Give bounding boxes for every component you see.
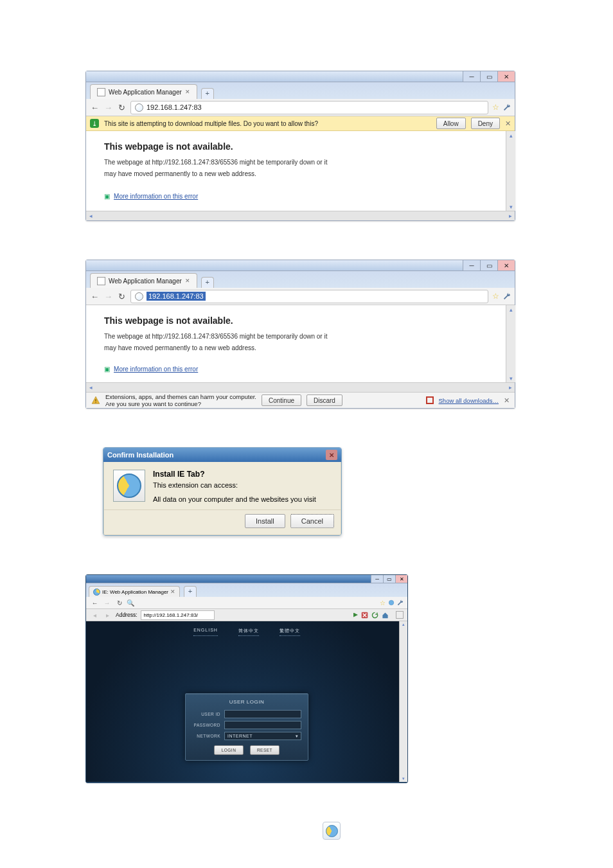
- new-tab-button[interactable]: +: [201, 277, 214, 288]
- ie-back-button[interactable]: ◂: [90, 612, 100, 619]
- wrench-icon[interactable]: [503, 292, 511, 300]
- address-text: 192.168.1.247:83: [147, 103, 202, 111]
- minimize-button[interactable]: ─: [463, 260, 480, 270]
- minimize-button[interactable]: ─: [463, 71, 480, 82]
- expand-icon[interactable]: ▣: [104, 193, 110, 200]
- forward-button[interactable]: →: [103, 292, 113, 301]
- tab-close-icon[interactable]: ✕: [185, 89, 190, 95]
- tab-close-icon[interactable]: ✕: [170, 589, 175, 595]
- svg-rect-0: [95, 399, 96, 402]
- new-tab-button[interactable]: +: [184, 586, 197, 597]
- lang-traditional-chinese[interactable]: 繁體中文: [280, 628, 300, 636]
- dialog-heading: Install IE Tab?: [153, 470, 332, 479]
- address-text-selected: 192.168.1.247:83: [147, 292, 206, 301]
- dialog-titlebar: Confirm Installation ✕: [103, 448, 341, 462]
- tab-title: Web Application Manager: [109, 89, 182, 96]
- back-button[interactable]: ←: [90, 103, 100, 112]
- dialog-description: All data on your computer and the websit…: [153, 495, 332, 503]
- tab-close-icon[interactable]: ✕: [185, 278, 190, 284]
- error-heading: This webpage is not available.: [104, 141, 497, 152]
- downloads-indicator-icon[interactable]: [426, 396, 434, 404]
- address-label: Address:: [116, 612, 138, 618]
- forward-button[interactable]: →: [103, 103, 113, 112]
- alert-text: This site is attempting to download mult…: [104, 120, 318, 127]
- browser-tab[interactable]: IE: Web Application Manager ✕: [89, 586, 180, 597]
- warning-icon: [91, 396, 100, 405]
- more-info-link-row: ▣ More information on this error: [104, 365, 497, 373]
- address-bar[interactable]: 192.168.1.247:83: [130, 101, 488, 114]
- show-all-downloads-link[interactable]: Show all downloads…: [439, 397, 499, 404]
- horizontal-scrollbar[interactable]: ◂▸: [86, 382, 515, 392]
- login-title: USER LOGIN: [192, 699, 301, 705]
- horizontal-scrollbar[interactable]: ◂▸: [86, 211, 515, 220]
- dialog-close-button[interactable]: ✕: [326, 450, 337, 460]
- wrench-icon[interactable]: [503, 103, 511, 111]
- more-info-link[interactable]: More information on this error: [114, 366, 198, 373]
- vertical-scrollbar[interactable]: ▴ ▾: [399, 621, 407, 782]
- close-download-bar-icon[interactable]: ✕: [504, 396, 510, 405]
- new-tab-button[interactable]: +: [201, 88, 214, 99]
- deny-button[interactable]: Deny: [471, 118, 500, 129]
- dialog-title: Confirm Installation: [107, 451, 173, 459]
- go-arrow-icon[interactable]: [353, 613, 358, 617]
- extra-toolbar-button[interactable]: [396, 611, 404, 619]
- close-window-button[interactable]: ✕: [395, 575, 407, 583]
- close-alert-icon[interactable]: ✕: [505, 120, 511, 128]
- tab-title: Web Application Manager: [109, 278, 182, 285]
- more-info-link-row: ▣ More information on this error: [104, 192, 497, 200]
- install-button[interactable]: Install: [245, 514, 285, 528]
- maximize-button[interactable]: ▭: [480, 71, 497, 82]
- more-info-link[interactable]: More information on this error: [114, 193, 198, 200]
- search-icon[interactable]: 🔍: [127, 599, 134, 607]
- ie-icon: [323, 822, 341, 840]
- address-bar[interactable]: 192.168.1.247:83: [130, 290, 488, 303]
- bookmark-star-icon[interactable]: ☆: [492, 103, 499, 112]
- error-line2: may have moved permanently to a new web …: [104, 344, 497, 353]
- vertical-scrollbar[interactable]: ▴ ▾: [506, 305, 515, 382]
- error-heading: This webpage is not available.: [104, 315, 497, 326]
- ie-icon: [113, 470, 145, 502]
- home-icon[interactable]: [382, 612, 389, 619]
- language-bar: ENGLISH 简体中文 繁體中文: [86, 621, 407, 636]
- back-button[interactable]: ←: [90, 599, 100, 607]
- close-window-button[interactable]: ✕: [497, 71, 515, 82]
- reset-button[interactable]: RESET: [250, 745, 280, 755]
- ie-forward-button[interactable]: ▸: [103, 612, 112, 619]
- wrench-icon[interactable]: [397, 599, 404, 606]
- bookmark-star-icon[interactable]: ☆: [492, 292, 499, 301]
- lang-simplified-chinese[interactable]: 简体中文: [238, 628, 259, 636]
- cancel-button[interactable]: Cancel: [290, 514, 334, 528]
- back-button[interactable]: ←: [90, 292, 100, 301]
- reload-button[interactable]: ↻: [117, 103, 127, 112]
- minimize-button[interactable]: ─: [371, 575, 383, 583]
- reload-button[interactable]: ↻: [117, 292, 127, 301]
- stop-icon[interactable]: [361, 612, 368, 619]
- maximize-button[interactable]: ▭: [480, 260, 497, 270]
- allow-button[interactable]: Allow: [436, 118, 466, 129]
- close-window-button[interactable]: ✕: [497, 260, 515, 270]
- maximize-button[interactable]: ▭: [383, 575, 395, 583]
- discard-button[interactable]: Discard: [306, 394, 342, 406]
- window-titlebar: ─ ▭ ✕: [86, 575, 407, 583]
- browser-tab[interactable]: Web Application Manager ✕: [90, 84, 197, 99]
- login-button[interactable]: LOGIN: [214, 745, 244, 755]
- network-select[interactable]: INTERNET ▾: [224, 732, 301, 740]
- lang-english[interactable]: ENGLISH: [193, 628, 218, 636]
- window-titlebar: ─ ▭ ✕: [86, 260, 515, 271]
- nav-toolbar: ← → ↻ 🔍 ☆: [86, 597, 407, 609]
- forward-button[interactable]: →: [102, 599, 112, 607]
- ie-toolbar-icon[interactable]: [388, 599, 395, 606]
- tab-strip: Web Application Manager ✕ +: [86, 82, 515, 99]
- browser-tab[interactable]: Web Application Manager ✕: [90, 273, 197, 288]
- reload-button[interactable]: ↻: [114, 599, 124, 607]
- window-titlebar: ─ ▭ ✕: [86, 71, 515, 82]
- user-id-input[interactable]: [224, 710, 301, 718]
- browser-window-3: ─ ▭ ✕ IE: Web Application Manager ✕ + ← …: [85, 574, 408, 783]
- vertical-scrollbar[interactable]: ▴ ▾: [506, 131, 515, 211]
- bookmark-star-icon[interactable]: ☆: [380, 599, 386, 607]
- refresh-icon[interactable]: [371, 612, 378, 619]
- expand-icon[interactable]: ▣: [104, 366, 110, 373]
- continue-button[interactable]: Continue: [262, 394, 301, 406]
- password-input[interactable]: [224, 721, 301, 729]
- ie-address-input[interactable]: [141, 610, 215, 620]
